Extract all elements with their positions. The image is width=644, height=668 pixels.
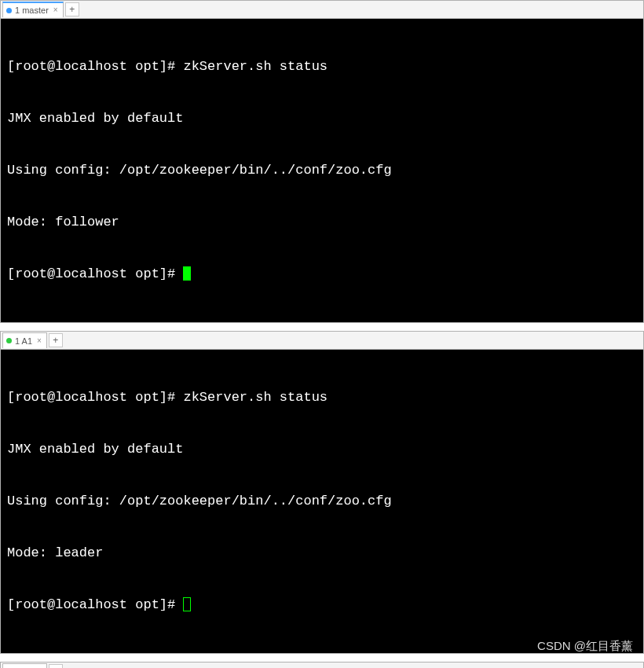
tab-a2[interactable]: 1 A2 ×: [2, 663, 47, 668]
terminal-line: [root@localhost opt]# zkServer.sh status: [7, 389, 637, 406]
terminal-pane-master: 1 master × + [root@localhost opt]# zkSer…: [0, 0, 644, 323]
cursor-icon: [183, 266, 191, 281]
add-tab-button[interactable]: +: [49, 664, 63, 668]
terminal-line: [root@localhost opt]# zkServer.sh status: [7, 58, 637, 75]
cursor-icon: [183, 597, 191, 611]
close-icon[interactable]: ×: [37, 337, 42, 345]
add-tab-button[interactable]: +: [65, 2, 79, 17]
close-icon[interactable]: ×: [53, 6, 58, 14]
status-dot-icon: [6, 338, 12, 343]
terminal-line: [root@localhost opt]#: [7, 266, 637, 283]
tab-bar: 1 master × +: [1, 1, 643, 19]
terminal-line: JMX enabled by default: [7, 110, 637, 127]
add-tab-button[interactable]: +: [49, 333, 63, 347]
terminal-line: Using config: /opt/zookeeper/bin/../conf…: [7, 162, 637, 179]
tab-a1[interactable]: 1 A1 ×: [2, 332, 47, 348]
terminal-line: [root@localhost opt]#: [7, 596, 637, 614]
terminal-output[interactable]: [root@localhost opt]# zkServer.sh status…: [1, 19, 643, 322]
tab-label: 1 A1: [15, 336, 32, 346]
terminal-line: Mode: leader: [7, 545, 637, 562]
terminal-line: Using config: /opt/zookeeper/bin/../conf…: [7, 493, 637, 510]
tab-bar: 1 A1 × +: [1, 332, 643, 350]
terminal-output[interactable]: [root@localhost opt]# zkServer.sh status…: [1, 350, 643, 653]
terminal-pane-a2: 1 A2 × + [root@localhost opt]# jps 9661 …: [0, 662, 644, 668]
terminal-line: JMX enabled by default: [7, 441, 637, 458]
status-dot-icon: [6, 8, 12, 13]
terminal-line: Mode: follower: [7, 214, 637, 231]
tab-bar: 1 A2 × +: [1, 662, 643, 668]
tab-label: 1 master: [15, 6, 49, 15]
tab-master[interactable]: 1 master ×: [2, 2, 64, 17]
terminal-pane-a1: 1 A1 × + [root@localhost opt]# zkServer.…: [0, 331, 644, 654]
